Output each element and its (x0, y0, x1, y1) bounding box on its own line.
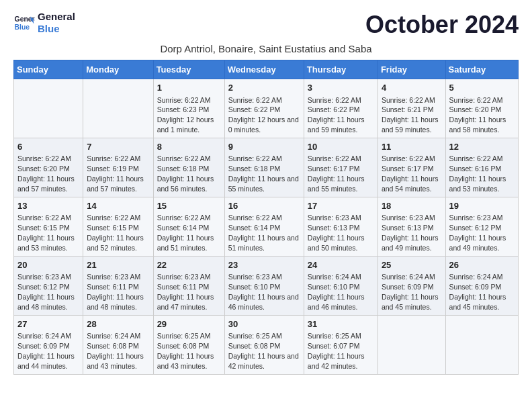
day-number: 1 (157, 82, 221, 94)
day-info: Sunrise: 6:22 AM Sunset: 6:22 PM Dayligh… (308, 96, 365, 134)
day-info: Sunrise: 6:22 AM Sunset: 6:23 PM Dayligh… (157, 96, 214, 134)
calendar-cell: 25Sunrise: 6:24 AM Sunset: 6:09 PM Dayli… (378, 256, 445, 315)
day-number: 27 (17, 318, 79, 330)
day-info: Sunrise: 6:22 AM Sunset: 6:19 PM Dayligh… (87, 154, 144, 193)
calendar-cell: 29Sunrise: 6:25 AM Sunset: 6:08 PM Dayli… (153, 315, 224, 374)
calendar-cell: 9Sunrise: 6:22 AM Sunset: 6:18 PM Daylig… (224, 138, 304, 197)
svg-text:Blue: Blue (15, 24, 30, 31)
calendar-cell: 26Sunrise: 6:24 AM Sunset: 6:09 PM Dayli… (445, 256, 518, 315)
calendar-cell: 24Sunrise: 6:24 AM Sunset: 6:10 PM Dayli… (304, 256, 378, 315)
day-number: 10 (308, 141, 374, 153)
day-info: Sunrise: 6:22 AM Sunset: 6:21 PM Dayligh… (382, 96, 439, 134)
calendar-cell: 8Sunrise: 6:22 AM Sunset: 6:18 PM Daylig… (153, 138, 224, 197)
day-info: Sunrise: 6:24 AM Sunset: 6:10 PM Dayligh… (308, 273, 365, 311)
day-number: 11 (382, 141, 442, 153)
day-number: 22 (157, 259, 221, 271)
day-info: Sunrise: 6:23 AM Sunset: 6:11 PM Dayligh… (157, 273, 214, 311)
calendar-cell: 19Sunrise: 6:23 AM Sunset: 6:12 PM Dayli… (445, 197, 518, 256)
calendar-cell (445, 315, 518, 374)
day-number: 14 (87, 200, 149, 212)
day-info: Sunrise: 6:22 AM Sunset: 6:15 PM Dayligh… (87, 214, 144, 252)
calendar-cell: 21Sunrise: 6:23 AM Sunset: 6:11 PM Dayli… (83, 256, 153, 315)
col-header-thursday: Thursday (304, 60, 378, 79)
calendar-cell: 4Sunrise: 6:22 AM Sunset: 6:21 PM Daylig… (378, 79, 445, 138)
day-number: 5 (449, 82, 515, 94)
calendar-cell: 18Sunrise: 6:23 AM Sunset: 6:13 PM Dayli… (378, 197, 445, 256)
day-info: Sunrise: 6:22 AM Sunset: 6:17 PM Dayligh… (308, 154, 365, 193)
day-number: 18 (382, 200, 442, 212)
calendar-cell: 7Sunrise: 6:22 AM Sunset: 6:19 PM Daylig… (83, 138, 153, 197)
calendar-cell: 30Sunrise: 6:25 AM Sunset: 6:08 PM Dayli… (224, 315, 304, 374)
calendar-cell: 3Sunrise: 6:22 AM Sunset: 6:22 PM Daylig… (304, 79, 378, 138)
day-info: Sunrise: 6:25 AM Sunset: 6:07 PM Dayligh… (308, 332, 365, 370)
week-row-4: 20Sunrise: 6:23 AM Sunset: 6:12 PM Dayli… (14, 256, 519, 315)
day-info: Sunrise: 6:22 AM Sunset: 6:22 PM Dayligh… (228, 96, 299, 134)
calendar-table: SundayMondayTuesdayWednesdayThursdayFrid… (13, 60, 519, 375)
col-header-sunday: Sunday (14, 60, 83, 79)
day-info: Sunrise: 6:24 AM Sunset: 6:09 PM Dayligh… (449, 273, 506, 311)
calendar-cell: 2Sunrise: 6:22 AM Sunset: 6:22 PM Daylig… (224, 79, 304, 138)
day-info: Sunrise: 6:22 AM Sunset: 6:20 PM Dayligh… (449, 96, 506, 134)
day-number: 2 (228, 82, 300, 94)
calendar-cell: 17Sunrise: 6:23 AM Sunset: 6:13 PM Dayli… (304, 197, 378, 256)
col-header-saturday: Saturday (445, 60, 518, 79)
calendar-cell: 23Sunrise: 6:23 AM Sunset: 6:10 PM Dayli… (224, 256, 304, 315)
calendar-header-row: SundayMondayTuesdayWednesdayThursdayFrid… (14, 60, 519, 79)
day-number: 6 (17, 141, 79, 153)
day-info: Sunrise: 6:24 AM Sunset: 6:09 PM Dayligh… (382, 273, 439, 311)
day-info: Sunrise: 6:22 AM Sunset: 6:14 PM Dayligh… (157, 214, 214, 252)
day-info: Sunrise: 6:22 AM Sunset: 6:15 PM Dayligh… (17, 214, 75, 252)
week-row-5: 27Sunrise: 6:24 AM Sunset: 6:09 PM Dayli… (14, 315, 519, 374)
calendar-cell: 22Sunrise: 6:23 AM Sunset: 6:11 PM Dayli… (153, 256, 224, 315)
logo-icon: General Blue (13, 12, 35, 34)
calendar-cell: 28Sunrise: 6:24 AM Sunset: 6:08 PM Dayli… (83, 315, 153, 374)
day-number: 15 (157, 200, 221, 212)
calendar-cell: 13Sunrise: 6:22 AM Sunset: 6:15 PM Dayli… (14, 197, 83, 256)
day-number: 13 (17, 200, 79, 212)
day-info: Sunrise: 6:23 AM Sunset: 6:13 PM Dayligh… (308, 214, 365, 252)
week-row-2: 6Sunrise: 6:22 AM Sunset: 6:20 PM Daylig… (14, 138, 519, 197)
calendar-cell: 10Sunrise: 6:22 AM Sunset: 6:17 PM Dayli… (304, 138, 378, 197)
col-header-tuesday: Tuesday (153, 60, 224, 79)
col-header-monday: Monday (83, 60, 153, 79)
day-info: Sunrise: 6:22 AM Sunset: 6:16 PM Dayligh… (449, 154, 506, 193)
day-number: 26 (449, 259, 515, 271)
header: General Blue General Blue October 2024 (13, 11, 519, 39)
day-info: Sunrise: 6:24 AM Sunset: 6:09 PM Dayligh… (17, 332, 75, 370)
day-number: 29 (157, 318, 221, 330)
day-number: 4 (382, 82, 442, 94)
calendar-cell: 20Sunrise: 6:23 AM Sunset: 6:12 PM Dayli… (14, 256, 83, 315)
day-number: 3 (308, 82, 374, 94)
day-number: 21 (87, 259, 149, 271)
calendar-cell (378, 315, 445, 374)
day-info: Sunrise: 6:23 AM Sunset: 6:10 PM Dayligh… (228, 273, 299, 311)
day-number: 9 (228, 141, 300, 153)
day-number: 28 (87, 318, 149, 330)
calendar-cell: 12Sunrise: 6:22 AM Sunset: 6:16 PM Dayli… (445, 138, 518, 197)
day-info: Sunrise: 6:22 AM Sunset: 6:18 PM Dayligh… (157, 154, 214, 193)
day-info: Sunrise: 6:22 AM Sunset: 6:18 PM Dayligh… (228, 154, 299, 193)
day-number: 23 (228, 259, 300, 271)
day-number: 8 (157, 141, 221, 153)
calendar-cell: 14Sunrise: 6:22 AM Sunset: 6:15 PM Dayli… (83, 197, 153, 256)
calendar-cell: 11Sunrise: 6:22 AM Sunset: 6:17 PM Dayli… (378, 138, 445, 197)
day-info: Sunrise: 6:22 AM Sunset: 6:17 PM Dayligh… (382, 154, 439, 193)
calendar-cell: 1Sunrise: 6:22 AM Sunset: 6:23 PM Daylig… (153, 79, 224, 138)
subtitle: Dorp Antriol, Bonaire, Saint Eustatius a… (13, 43, 519, 54)
calendar-cell: 15Sunrise: 6:22 AM Sunset: 6:14 PM Dayli… (153, 197, 224, 256)
day-number: 17 (308, 200, 374, 212)
calendar-cell: 31Sunrise: 6:25 AM Sunset: 6:07 PM Dayli… (304, 315, 378, 374)
day-number: 20 (17, 259, 79, 271)
day-info: Sunrise: 6:22 AM Sunset: 6:14 PM Dayligh… (228, 214, 299, 252)
day-number: 19 (449, 200, 515, 212)
calendar-cell: 5Sunrise: 6:22 AM Sunset: 6:20 PM Daylig… (445, 79, 518, 138)
month-title: October 2024 (365, 11, 519, 39)
day-number: 25 (382, 259, 442, 271)
day-number: 12 (449, 141, 515, 153)
day-number: 7 (87, 141, 149, 153)
col-header-wednesday: Wednesday (224, 60, 304, 79)
day-info: Sunrise: 6:25 AM Sunset: 6:08 PM Dayligh… (157, 332, 214, 370)
calendar-cell: 6Sunrise: 6:22 AM Sunset: 6:20 PM Daylig… (14, 138, 83, 197)
col-header-friday: Friday (378, 60, 445, 79)
day-info: Sunrise: 6:23 AM Sunset: 6:12 PM Dayligh… (17, 273, 75, 311)
